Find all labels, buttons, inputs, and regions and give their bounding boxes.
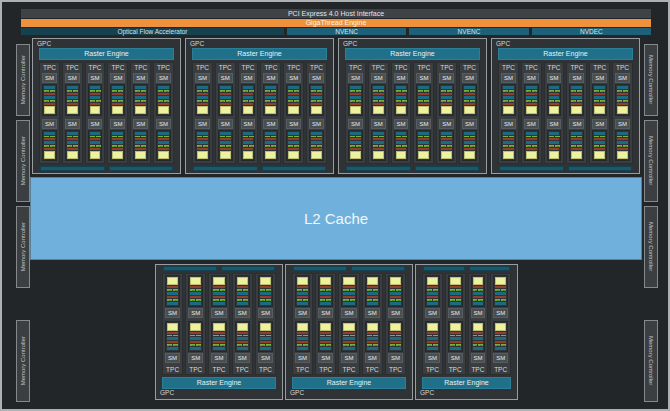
processing-unit <box>396 86 407 95</box>
gpc-block-5: GPCRaster EngineTPCSMSMTPCSMSMTPCSMSMTPC… <box>155 264 283 400</box>
maroon-strip <box>441 103 452 105</box>
processing-unit <box>297 296 308 305</box>
maroon-strip <box>373 138 384 140</box>
core-array <box>271 145 276 147</box>
processing-unit <box>418 141 429 150</box>
core-array <box>367 299 372 301</box>
sm-block: SM <box>195 73 210 116</box>
core-array <box>402 145 407 147</box>
sm-block: SM <box>263 119 278 162</box>
maroon-strip <box>350 93 361 95</box>
core-array <box>617 100 622 102</box>
processing-unit <box>158 132 169 141</box>
sm-block: SM <box>286 73 301 116</box>
memory-controller-label: Memory Controller <box>648 336 654 385</box>
maroon-strip <box>243 148 254 150</box>
processing-unit <box>427 296 438 305</box>
codec-strip-row: Optical Flow Accelerator NVENC NVENC NVD… <box>21 28 651 35</box>
maroon-strip <box>396 138 407 140</box>
core-array <box>367 289 372 291</box>
core-array <box>326 289 331 291</box>
sm-block: SM <box>341 275 356 318</box>
core-array <box>373 136 378 138</box>
core-array <box>141 100 146 102</box>
processing-unit <box>320 286 331 295</box>
maroon-strip <box>220 103 231 105</box>
core-array <box>571 136 576 138</box>
processing-unit <box>473 286 484 295</box>
maroon-strip <box>67 138 78 140</box>
core-array <box>367 335 372 337</box>
core-array <box>220 344 225 346</box>
tpc-label: TPC <box>347 63 364 72</box>
scheduler-bar <box>495 292 506 295</box>
processing-unit <box>549 132 560 141</box>
rop-bar <box>568 166 633 171</box>
l2-cache: L2 Cache <box>30 177 642 260</box>
tpc-block: TPCSMSM <box>338 273 359 375</box>
core-array <box>135 145 140 147</box>
core-array <box>317 90 322 92</box>
core-array <box>509 145 514 147</box>
core-array <box>501 335 506 337</box>
core-array <box>303 344 308 346</box>
memory-controller-label: Memory Controller <box>20 136 26 185</box>
processing-unit <box>311 86 322 95</box>
sm-block: SM <box>211 275 226 318</box>
core-array <box>396 136 401 138</box>
maroon-strip <box>311 93 322 95</box>
scheduler-bar <box>390 347 401 350</box>
processing-unit <box>526 86 537 95</box>
core-array <box>464 136 469 138</box>
sm-label: SM <box>388 353 403 363</box>
core-array <box>226 136 231 138</box>
sm-block: SM <box>615 73 630 116</box>
rop-partitions <box>423 266 510 271</box>
processing-unit <box>288 86 299 95</box>
sm-label: SM <box>448 308 463 318</box>
core-array <box>90 145 95 147</box>
sm-stack <box>524 130 539 162</box>
shared-memory-bar <box>44 151 55 159</box>
tpc-block: TPCSMSM <box>544 62 565 164</box>
processing-unit <box>396 141 407 150</box>
shared-memory-bar <box>135 151 146 159</box>
shared-memory-bar <box>90 106 101 114</box>
maroon-strip <box>197 93 208 95</box>
sm-label: SM <box>547 73 562 83</box>
gpc-row-bottom: GPCRaster EngineTPCSMSMTPCSMSMTPCSMSMTPC… <box>155 264 518 400</box>
core-array <box>213 289 218 291</box>
shared-memory-bar <box>390 277 401 285</box>
sm-label: SM <box>471 308 486 318</box>
core-array <box>294 90 299 92</box>
maroon-strip <box>158 138 169 140</box>
gpc-label: GPC <box>188 40 331 48</box>
sm-label: SM <box>388 308 403 318</box>
sm-block: SM <box>258 275 273 318</box>
core-array <box>571 145 576 147</box>
maroon-strip <box>418 93 429 95</box>
processing-unit <box>243 96 254 105</box>
core-array <box>623 100 628 102</box>
core-array <box>203 100 208 102</box>
gpc-label: GPC <box>158 389 280 397</box>
sm-stack <box>348 84 363 116</box>
processing-unit <box>311 141 322 150</box>
tpc-label: TPC <box>187 365 204 374</box>
core-array <box>67 90 72 92</box>
sm-block: SM <box>462 73 477 116</box>
processing-unit <box>495 286 506 295</box>
core-array <box>265 90 270 92</box>
core-array <box>112 145 117 147</box>
sm-block: SM <box>501 119 516 162</box>
sm-block: SM <box>439 73 454 116</box>
core-array <box>418 90 423 92</box>
core-array <box>203 90 208 92</box>
scheduler-bar <box>320 337 331 340</box>
core-array <box>379 90 384 92</box>
sm-stack <box>448 275 463 307</box>
core-array <box>617 136 622 138</box>
core-array <box>317 136 322 138</box>
shared-memory-bar <box>343 277 354 285</box>
maroon-strip <box>158 148 169 150</box>
